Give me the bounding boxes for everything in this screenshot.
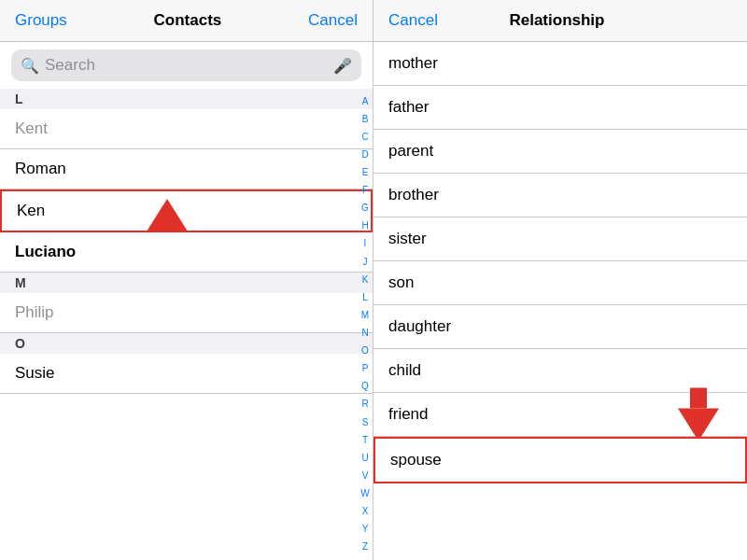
contacts-panel: Groups Contacts Cancel 🔍 🎤 L Kent Roman …: [0, 0, 374, 560]
alpha-c[interactable]: C: [361, 133, 368, 142]
down-arrow: [678, 388, 719, 441]
relationship-name: daughter: [388, 317, 451, 335]
alpha-n[interactable]: N: [361, 329, 368, 338]
contact-item-ken[interactable]: Ken: [0, 189, 373, 232]
section-header-o: O: [0, 333, 373, 354]
alpha-i[interactable]: I: [364, 239, 367, 248]
relationship-name: son: [388, 273, 414, 291]
arrow-down-tail: [690, 388, 707, 409]
alpha-p[interactable]: P: [362, 364, 369, 373]
alpha-b[interactable]: B: [362, 115, 369, 124]
relationship-item-mother[interactable]: mother: [374, 42, 747, 86]
alpha-w[interactable]: W: [360, 489, 369, 498]
contacts-title: Contacts: [154, 11, 222, 30]
groups-button[interactable]: Groups: [15, 11, 67, 30]
alpha-d[interactable]: D: [361, 150, 368, 160]
relationship-name: parent: [388, 142, 433, 160]
search-icon: 🔍: [21, 57, 39, 75]
alpha-k[interactable]: K: [362, 275, 369, 285]
contact-item[interactable]: Philip: [0, 293, 373, 333]
right-header: Cancel Relationship: [374, 0, 747, 42]
alpha-f[interactable]: F: [362, 186, 368, 195]
relationship-item-daughter[interactable]: daughter: [374, 305, 747, 349]
relationship-item-brother[interactable]: brother: [374, 174, 747, 217]
alpha-z[interactable]: Z: [362, 542, 368, 552]
alpha-o[interactable]: O: [361, 346, 369, 356]
contact-name: Luciano: [15, 243, 76, 260]
relationship-name: spouse: [390, 451, 442, 469]
contact-name: Kent: [15, 119, 48, 137]
alphabet-index: A B C D E F G H I J K L M N O P Q R S T …: [358, 89, 373, 560]
section-header-m: M: [0, 273, 373, 293]
alpha-a[interactable]: A: [362, 97, 369, 106]
relationship-item-father[interactable]: father: [374, 86, 747, 130]
contact-name: Roman: [15, 160, 66, 177]
left-cancel-button[interactable]: Cancel: [308, 11, 358, 30]
search-bar: 🔍 🎤: [11, 49, 361, 81]
relationship-item-spouse[interactable]: spouse: [374, 437, 747, 483]
contact-item[interactable]: Roman: [0, 149, 373, 189]
contact-item[interactable]: Luciano: [0, 232, 373, 273]
alpha-v[interactable]: V: [362, 471, 369, 481]
relationship-name: mother: [388, 54, 438, 72]
alpha-l[interactable]: L: [362, 293, 368, 302]
relationship-list: mother father parent brother sister son …: [374, 42, 747, 560]
alpha-e[interactable]: E: [362, 168, 369, 177]
relationship-name: brother: [388, 186, 439, 203]
alpha-r[interactable]: R: [361, 399, 368, 409]
contact-item[interactable]: Kent: [0, 109, 373, 149]
relationship-item-friend[interactable]: friend: [374, 393, 747, 437]
alpha-m[interactable]: M: [361, 311, 369, 320]
alpha-t[interactable]: T: [362, 436, 368, 445]
relationship-title: Relationship: [509, 11, 604, 30]
left-header: Groups Contacts Cancel: [0, 0, 373, 42]
contacts-list: L Kent Roman Ken Luciano M Philip O Susi…: [0, 89, 373, 560]
alpha-j[interactable]: J: [363, 258, 368, 267]
alpha-g[interactable]: G: [361, 203, 369, 213]
contact-name: Ken: [17, 202, 45, 219]
arrow-up-head: [147, 199, 188, 231]
contact-item[interactable]: Susie: [0, 354, 373, 394]
alpha-h[interactable]: H: [361, 221, 368, 231]
alpha-q[interactable]: Q: [361, 382, 369, 391]
alpha-x[interactable]: X: [362, 507, 369, 516]
right-cancel-button[interactable]: Cancel: [388, 11, 438, 30]
microphone-icon[interactable]: 🎤: [333, 57, 352, 75]
relationship-item-parent[interactable]: parent: [374, 130, 747, 174]
section-header-l: L: [0, 89, 373, 109]
relationship-name: friend: [388, 405, 429, 423]
search-input[interactable]: [45, 56, 328, 75]
relationship-name: sister: [388, 230, 427, 247]
relationship-item-son[interactable]: son: [374, 261, 747, 305]
relationship-name: father: [388, 98, 429, 116]
contact-name: Susie: [15, 364, 55, 382]
alpha-u[interactable]: U: [361, 454, 368, 463]
contact-name: Philip: [15, 303, 54, 321]
relationship-name: child: [388, 361, 421, 379]
relationship-item-child[interactable]: child: [374, 349, 747, 393]
alpha-y[interactable]: Y: [362, 525, 369, 534]
relationship-item-sister[interactable]: sister: [374, 217, 747, 261]
relationship-panel: Cancel Relationship mother father parent…: [374, 0, 747, 560]
alpha-s[interactable]: S: [362, 418, 369, 427]
